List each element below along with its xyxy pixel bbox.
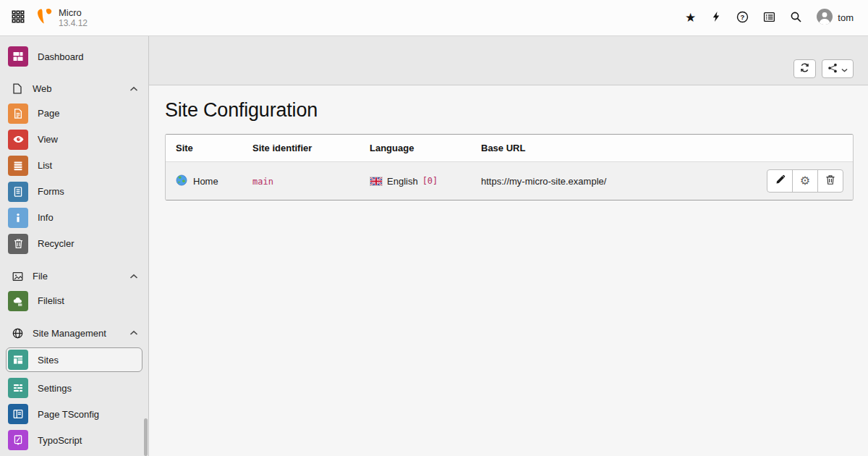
sidebar-item-label: Recycler [38, 238, 75, 249]
chevron-up-icon [129, 86, 138, 92]
page-title: Site Configuration [165, 99, 854, 122]
help-circle-icon: ? [736, 11, 749, 25]
site-title: Home [193, 176, 218, 187]
clear-cache-button[interactable] [706, 7, 726, 29]
site-settings-button[interactable]: ⚙ [792, 169, 818, 193]
product-name: Micro [59, 7, 88, 19]
site-globe-icon [176, 174, 187, 188]
sidebar-section-label: File [33, 271, 120, 282]
info-icon [8, 208, 28, 228]
main-content: Site Configuration Site Site identifier … [149, 36, 868, 456]
user-menu[interactable]: tom [812, 6, 858, 30]
table-row: Home main [166, 162, 853, 200]
sidebar-item-label: Dashboard [38, 51, 84, 62]
sidebar-item-info[interactable]: Info [6, 208, 142, 228]
settings-sliders-icon [8, 378, 28, 398]
sidebar-item-label: Page TSconfig [38, 409, 99, 420]
share-dropdown-button[interactable] [822, 59, 854, 78]
column-header-identifier: Site identifier [247, 135, 364, 162]
sidebar-item-filelist[interactable]: Filelist [6, 291, 142, 311]
topbar: Micro 13.4.12 ★ ? [0, 0, 868, 36]
sites-icon [8, 350, 28, 370]
trash-icon [825, 174, 835, 187]
refresh-button[interactable] [793, 59, 816, 78]
sidebar-item-settings[interactable]: Settings [6, 378, 142, 398]
app-grid-icon [12, 10, 25, 25]
sidebar-item-dashboard[interactable]: Dashboard [6, 46, 142, 67]
sidebar-item-label: Filelist [38, 295, 64, 306]
product-version: 13.4.12 [59, 18, 88, 28]
refresh-icon [799, 62, 810, 75]
gear-icon: ⚙ [800, 175, 810, 187]
share-icon [827, 63, 838, 75]
sidebar-section-file[interactable]: File [12, 269, 138, 284]
language-index: [0] [422, 176, 438, 186]
page-icon [8, 104, 28, 124]
column-header-actions [744, 135, 853, 162]
chevron-down-icon [841, 64, 848, 75]
module-menu-sidebar: Dashboard Web Page [0, 36, 149, 456]
typo3-logo-icon [36, 8, 53, 28]
system-information-button[interactable] [759, 7, 780, 30]
base-url-value: https://my-micro-site.example/ [481, 176, 606, 187]
sidebar-item-view[interactable]: View [6, 130, 142, 150]
chevron-up-icon [129, 274, 138, 279]
eye-icon [8, 130, 28, 150]
sidebar-scrollbar[interactable] [144, 418, 148, 456]
search-icon [790, 11, 802, 25]
sidebar-item-label: TypoScript [38, 435, 82, 446]
sidebar-item-label: Settings [38, 383, 72, 394]
image-icon [12, 271, 23, 282]
site-configuration-table: Site Site identifier Language Base URL [165, 134, 854, 200]
svg-text:?: ? [741, 13, 745, 21]
bookmark-star-icon: ★ [685, 12, 696, 24]
filelist-icon [8, 291, 28, 311]
username-label: tom [838, 12, 854, 23]
module-menu-toggle-button[interactable] [7, 6, 29, 30]
brand[interactable]: Micro 13.4.12 [36, 7, 88, 29]
table-header-row: Site Site identifier Language Base URL [166, 135, 853, 162]
sidebar-item-label: Page [38, 108, 59, 119]
lightning-bolt-icon [710, 11, 722, 25]
sidebar-item-sites[interactable]: Sites [6, 347, 142, 372]
dashboard-icon [8, 46, 28, 67]
sidebar-item-page[interactable]: Page [6, 104, 142, 124]
sidebar-item-page-tsconfig[interactable]: Page TSconfig [6, 404, 142, 424]
pencil-icon [775, 174, 786, 187]
sidebar-section-site-management[interactable]: Site Management [12, 326, 138, 342]
language-label: English [387, 176, 418, 187]
help-button[interactable]: ? [732, 7, 753, 30]
search-button[interactable] [786, 7, 807, 30]
sidebar-item-label: Sites [38, 355, 59, 366]
sidebar-item-list[interactable]: List [6, 156, 142, 176]
docheader [149, 36, 868, 85]
sidebar-item-recycler[interactable]: Recycler [6, 234, 142, 254]
sidebar-item-label: View [38, 134, 58, 145]
column-header-language: Language [364, 135, 475, 162]
list-icon [8, 156, 28, 176]
chevron-up-icon [129, 330, 138, 336]
edit-site-button[interactable] [767, 169, 793, 193]
trash-icon [8, 234, 28, 254]
page-tsconfig-icon [8, 404, 28, 424]
column-header-base-url: Base URL [475, 135, 744, 162]
sidebar-item-label: Info [38, 212, 54, 223]
user-avatar-icon [817, 9, 833, 28]
sidebar-section-web[interactable]: Web [12, 81, 138, 97]
sidebar-item-typoscript[interactable]: TypoScript [6, 430, 142, 450]
sidebar-section-label: Web [33, 83, 120, 94]
sidebar-item-label: Forms [38, 186, 64, 197]
forms-icon [8, 182, 28, 202]
site-identifier: main [252, 177, 273, 187]
sidebar-item-forms[interactable]: Forms [6, 182, 142, 202]
document-icon [12, 83, 23, 95]
bookmark-button[interactable]: ★ [681, 7, 700, 28]
globe-icon [12, 327, 23, 339]
sidebar-section-label: Site Management [33, 328, 120, 339]
system-information-icon [763, 11, 775, 25]
delete-site-button[interactable] [817, 169, 843, 193]
sidebar-item-label: List [38, 160, 52, 171]
flag-gb-icon [370, 177, 383, 186]
typoscript-icon [8, 430, 28, 450]
column-header-site: Site [166, 135, 247, 162]
